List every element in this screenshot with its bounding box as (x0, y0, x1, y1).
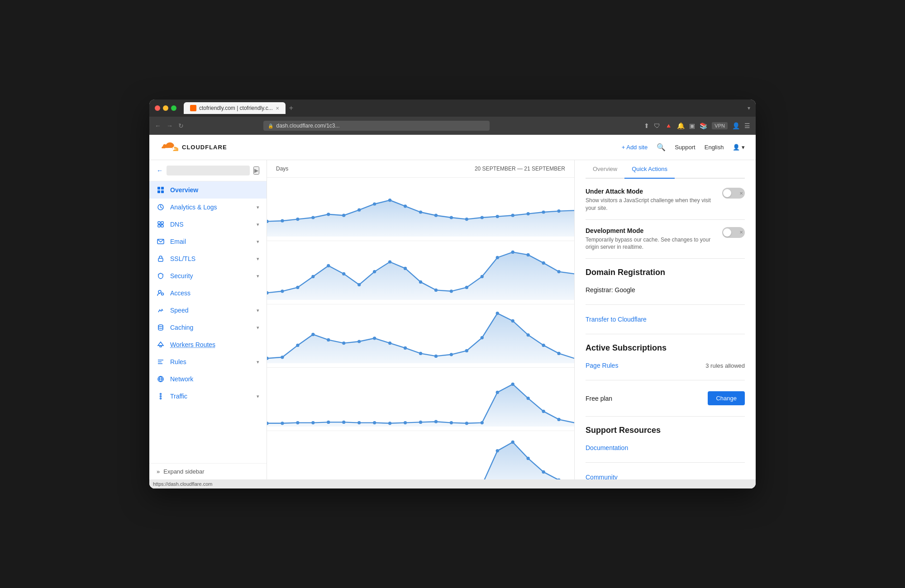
svg-point-98 (434, 420, 438, 423)
shield-icon[interactable]: 🛡 (654, 122, 660, 129)
cloudflare-logo-icon (160, 141, 178, 154)
sidebar-item-ssl-tls[interactable]: SSL/TLS ▾ (149, 250, 267, 267)
main-content: Days 20 SEPTEMBER — 21 SEPTEMBER (267, 160, 756, 479)
sidebar-item-dns[interactable]: DNS ▾ (149, 216, 267, 233)
development-mode-desc: Temporarily bypass our cache. See change… (586, 236, 717, 251)
svg-point-61 (511, 251, 514, 254)
community-link[interactable]: Community (586, 474, 618, 479)
sidebar-item-rules[interactable]: Rules ▾ (149, 353, 267, 370)
vpn-badge[interactable]: VPN (712, 122, 728, 129)
chevron-down-icon: ▾ (257, 359, 259, 365)
expand-sidebar-button[interactable]: » Expand sidebar (149, 463, 267, 479)
menu-icon[interactable]: ☰ (744, 122, 750, 129)
reader-icon[interactable]: ▣ (689, 122, 695, 129)
sidebar-item-caching[interactable]: Caching ▾ (149, 319, 267, 336)
close-button[interactable] (155, 105, 160, 111)
chart-4 (267, 368, 574, 431)
svg-point-16 (158, 325, 163, 327)
svg-point-103 (511, 383, 514, 386)
active-tab[interactable]: ctofriendly.com | ctofriendly.c... ✕ (184, 102, 286, 114)
add-site-button[interactable]: + Add site (622, 144, 648, 151)
svg-point-72 (357, 340, 361, 343)
bookmarks-icon[interactable]: 📚 (700, 122, 707, 129)
sidebar-item-traffic[interactable]: Traffic ▾ (149, 388, 267, 405)
development-mode-toggle[interactable]: ✕ (722, 227, 745, 238)
svg-point-20 (160, 394, 162, 395)
page-rules-link[interactable]: Page Rules (586, 362, 618, 369)
tab-quick-actions[interactable]: Quick Actions (624, 160, 675, 179)
under-attack-toggle[interactable]: ✕ (722, 188, 745, 199)
new-tab-button[interactable]: + (289, 104, 293, 112)
sidebar-item-label: Email (170, 238, 251, 245)
sidebar-item-label: Caching (170, 324, 251, 331)
sidebar-item-security[interactable]: Security ▾ (149, 267, 267, 285)
forward-button[interactable]: → (167, 122, 173, 129)
top-nav: CLOUDFLARE + Add site 🔍 Support English … (149, 135, 756, 160)
svg-rect-3 (161, 190, 164, 193)
sidebar-item-label: Speed (170, 307, 251, 314)
notifications-icon[interactable]: 🔔 (677, 122, 685, 129)
lock-icon: 🔒 (268, 123, 273, 128)
sidebar-item-workers-routes[interactable]: Workers Routes (149, 336, 267, 353)
under-attack-title: Under Attack Mode (586, 188, 717, 195)
domain-input[interactable] (167, 166, 250, 175)
svg-marker-17 (158, 342, 163, 346)
email-icon (157, 237, 165, 246)
documentation-link[interactable]: Documentation (586, 444, 628, 451)
minimize-button[interactable] (163, 105, 168, 111)
toggle-x-icon: ✕ (739, 230, 743, 235)
search-icon[interactable]: 🔍 (657, 143, 666, 152)
under-attack-desc: Show visitors a JavaScript challenge whe… (586, 197, 717, 212)
reload-button[interactable]: ↻ (178, 122, 184, 129)
svg-point-52 (373, 270, 376, 273)
logo[interactable]: CLOUDFLARE (160, 141, 227, 154)
support-menu[interactable]: Support (675, 144, 695, 151)
svg-point-49 (327, 264, 330, 267)
sidebar-item-email[interactable]: Email ▾ (149, 233, 267, 250)
svg-point-33 (404, 204, 407, 208)
sidebar-expand-indicator[interactable]: ▶ (253, 166, 259, 175)
tab-title: ctofriendly.com | ctofriendly.c... (199, 105, 273, 111)
svg-point-46 (281, 289, 284, 293)
share-icon[interactable]: ⬆ (644, 122, 649, 129)
tab-right-controls: ▾ (748, 105, 750, 111)
charts-date-range: 20 SEPTEMBER — 21 SEPTEMBER (475, 166, 565, 172)
sidebar-item-speed[interactable]: Speed ▾ (149, 302, 267, 319)
language-menu[interactable]: English (705, 144, 724, 151)
svg-point-28 (327, 213, 330, 216)
svg-point-70 (327, 338, 330, 341)
svg-point-62 (527, 253, 530, 256)
svg-point-36 (450, 216, 453, 219)
profile-icon[interactable]: 👤 (732, 122, 740, 129)
chart-svg-3 (267, 309, 574, 363)
sidebar-item-access[interactable]: Access (149, 285, 267, 302)
svg-point-29 (342, 214, 345, 217)
sidebar-item-network[interactable]: Network (149, 370, 267, 388)
svg-point-35 (434, 214, 438, 217)
tab-close-button[interactable]: ✕ (276, 106, 279, 111)
change-plan-button[interactable]: Change (708, 391, 745, 405)
svg-point-74 (388, 341, 391, 345)
sidebar-item-overview[interactable]: Overview (149, 181, 267, 199)
transfer-link[interactable]: Transfer to Cloudflare (586, 316, 647, 323)
back-button[interactable]: ← (155, 122, 161, 129)
svg-point-27 (311, 216, 314, 219)
extensions-icon[interactable]: 🔺 (665, 122, 672, 129)
sidebar-item-analytics-logs[interactable]: Analytics & Logs ▾ (149, 199, 267, 216)
divider-3 (586, 304, 745, 305)
chevron-down-icon: ▾ (257, 222, 259, 228)
toggle-x-icon: ✕ (739, 191, 743, 196)
svg-point-95 (388, 422, 391, 425)
svg-point-92 (342, 421, 345, 424)
svg-point-80 (481, 336, 484, 339)
svg-point-59 (481, 275, 484, 278)
page-rules-row: Page Rules 3 rules allowed (586, 358, 745, 373)
url-bar[interactable]: 🔒 dash.cloudflare.com/1c3... (263, 121, 490, 131)
svg-point-21 (160, 396, 162, 397)
tab-overview[interactable]: Overview (586, 160, 624, 179)
transfer-row: Transfer to Cloudflare (586, 312, 745, 327)
sidebar-back-button[interactable]: ← (157, 167, 163, 174)
user-menu[interactable]: 👤 ▾ (733, 144, 745, 151)
fullscreen-button[interactable] (171, 105, 176, 111)
network-icon (157, 375, 165, 383)
